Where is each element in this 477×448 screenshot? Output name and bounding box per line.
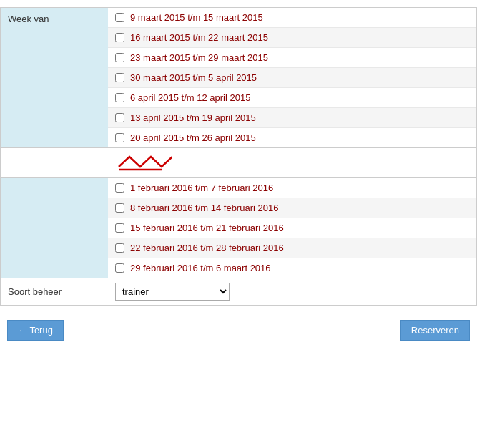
week-label[interactable]: 23 maart 2015 t/m 29 maart 2015 — [130, 52, 268, 63]
separator-left — [1, 148, 108, 177]
week-item: 9 maart 2015 t/m 15 maart 2015 — [108, 8, 476, 28]
separator-right — [108, 148, 476, 177]
week-label[interactable]: 6 april 2015 t/m 12 april 2015 — [130, 92, 250, 103]
week-item: 13 april 2015 t/m 19 april 2015 — [108, 108, 476, 128]
week-label[interactable]: 16 maart 2015 t/m 22 maart 2015 — [130, 32, 268, 43]
week-item: 30 maart 2015 t/m 5 april 2015 — [108, 68, 476, 88]
reserveren-button[interactable]: Reserveren — [400, 320, 470, 341]
week-item: 15 februari 2016 t/m 21 februari 2016 — [108, 218, 476, 238]
soort-beheer-content: trainerbeheerderinstructeur — [108, 278, 476, 305]
week-checkbox[interactable] — [115, 263, 124, 273]
terug-button[interactable]: ← Terug — [7, 320, 64, 341]
week-label[interactable]: 30 maart 2015 t/m 5 april 2015 — [130, 72, 257, 83]
soort-beheer-label: Soort beheer — [1, 281, 108, 303]
week-van-label: Week van — [1, 8, 108, 147]
week-item: 29 februari 2016 t/m 6 maart 2016 — [108, 258, 476, 278]
week-label[interactable]: 22 februari 2016 t/m 28 februari 2016 — [130, 243, 284, 253]
week-checkbox[interactable] — [115, 113, 124, 122]
week-label[interactable]: 9 maart 2015 t/m 15 maart 2015 — [130, 12, 263, 23]
week-checkbox[interactable] — [115, 133, 124, 142]
week-checkbox[interactable] — [115, 243, 124, 253]
week-van-label-2 — [1, 178, 108, 278]
week-item: 8 februari 2016 t/m 14 februari 2016 — [108, 198, 476, 218]
zigzag-icon — [115, 151, 172, 172]
week-checkbox[interactable] — [115, 53, 124, 62]
week-checkbox[interactable] — [115, 183, 124, 193]
week-checkbox[interactable] — [115, 73, 124, 82]
week-item: 1 februari 2016 t/m 7 februari 2016 — [108, 178, 476, 198]
week-label[interactable]: 20 april 2015 t/m 26 april 2015 — [130, 132, 256, 143]
week-checkbox[interactable] — [115, 33, 124, 42]
soort-beheer-select[interactable]: trainerbeheerderinstructeur — [115, 283, 230, 301]
bottom-bar: ← Terug Reserveren — [0, 313, 477, 348]
week-checkbox[interactable] — [115, 13, 124, 22]
week-label[interactable]: 8 februari 2016 t/m 14 februari 2016 — [130, 203, 278, 213]
week-label[interactable]: 29 februari 2016 t/m 6 maart 2016 — [130, 263, 271, 273]
week-checkbox[interactable] — [115, 203, 124, 213]
week-label[interactable]: 1 februari 2016 t/m 7 februari 2016 — [130, 182, 273, 193]
week-item: 6 april 2015 t/m 12 april 2015 — [108, 88, 476, 108]
week-checkbox[interactable] — [115, 93, 124, 102]
week-label[interactable]: 13 april 2015 t/m 19 april 2015 — [130, 112, 256, 123]
week-item: 23 maart 2015 t/m 29 maart 2015 — [108, 48, 476, 68]
week-item: 20 april 2015 t/m 26 april 2015 — [108, 128, 476, 147]
week-item: 16 maart 2015 t/m 22 maart 2015 — [108, 28, 476, 48]
week-item: 22 februari 2016 t/m 28 februari 2016 — [108, 238, 476, 258]
week-checkbox[interactable] — [115, 223, 124, 233]
week-label[interactable]: 15 februari 2016 t/m 21 februari 2016 — [130, 223, 284, 233]
